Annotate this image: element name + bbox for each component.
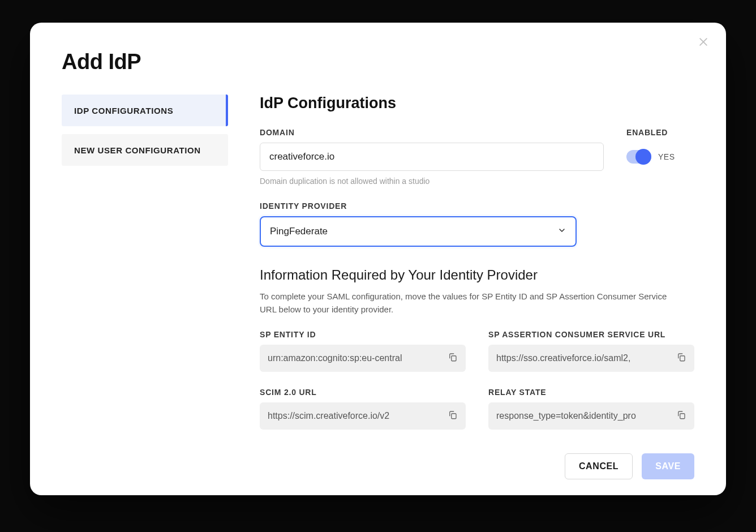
cancel-button[interactable]: CANCEL: [565, 453, 633, 479]
copy-icon: [448, 410, 458, 422]
sp-entity-id-value: urn:amazon:cognito:sp:eu-central: [268, 353, 440, 363]
relay-state-value: response_type=token&identity_pro: [496, 411, 668, 421]
tab-new-user-configuration[interactable]: NEW USER CONFIGURATION: [62, 134, 228, 166]
save-button[interactable]: SAVE: [642, 453, 694, 479]
tab-label: NEW USER CONFIGURATION: [74, 145, 201, 155]
close-icon: [698, 36, 709, 50]
scim-url-value: https://scim.creativeforce.io/v2: [268, 411, 440, 421]
subsection-description: To complete your SAML configuration, mov…: [260, 290, 678, 316]
close-button[interactable]: [695, 35, 711, 51]
svg-rect-4: [452, 413, 456, 418]
field-label: SP ASSERTION CONSUMER SERVICE URL: [488, 330, 694, 339]
sp-acs-url-field: SP ASSERTION CONSUMER SERVICE URL https:…: [488, 330, 694, 372]
section-title: IdP Configurations: [260, 95, 694, 112]
svg-rect-3: [680, 355, 685, 361]
copy-icon: [676, 410, 686, 422]
enabled-toggle[interactable]: [626, 150, 651, 164]
domain-helper-text: Domain duplication is not allowed within…: [260, 177, 604, 186]
tab-label: IDP CONFIGURATIONS: [74, 106, 173, 115]
identity-provider-select[interactable]: [260, 216, 577, 247]
sp-entity-id-field: SP ENTITY ID urn:amazon:cognito:sp:eu-ce…: [260, 330, 466, 372]
main-content: IdP Configurations DOMAIN Domain duplica…: [260, 95, 694, 430]
identity-provider-label: IDENTITY PROVIDER: [260, 201, 577, 211]
relay-state-field: RELAY STATE response_type=token&identity…: [488, 388, 694, 430]
page-title: Add IdP: [62, 50, 694, 74]
copy-icon: [448, 352, 458, 364]
modal-footer: CANCEL SAVE: [565, 453, 694, 479]
copy-button[interactable]: [673, 350, 690, 367]
copy-button[interactable]: [673, 407, 690, 424]
enabled-text: YES: [658, 152, 675, 161]
enabled-label: ENABLED: [626, 128, 694, 137]
field-label: RELAY STATE: [488, 388, 694, 397]
copy-button[interactable]: [444, 350, 461, 367]
sidebar-tabs: IDP CONFIGURATIONS NEW USER CONFIGURATIO…: [62, 95, 228, 430]
toggle-thumb: [635, 149, 651, 165]
field-label: SP ENTITY ID: [260, 330, 466, 339]
add-idp-modal: Add IdP IDP CONFIGURATIONS NEW USER CONF…: [30, 23, 726, 495]
copy-icon: [676, 352, 686, 364]
subsection-title: Information Required by Your Identity Pr…: [260, 267, 694, 283]
scim-url-field: SCIM 2.0 URL https://scim.creativeforce.…: [260, 388, 466, 430]
domain-label: DOMAIN: [260, 128, 604, 137]
field-label: SCIM 2.0 URL: [260, 388, 466, 397]
svg-rect-5: [680, 413, 685, 418]
svg-rect-2: [452, 355, 456, 361]
sp-acs-url-value: https://sso.creativeforce.io/saml2,: [496, 353, 668, 363]
tab-idp-configurations[interactable]: IDP CONFIGURATIONS: [62, 95, 228, 126]
copy-button[interactable]: [444, 407, 461, 424]
domain-input[interactable]: [260, 143, 604, 171]
